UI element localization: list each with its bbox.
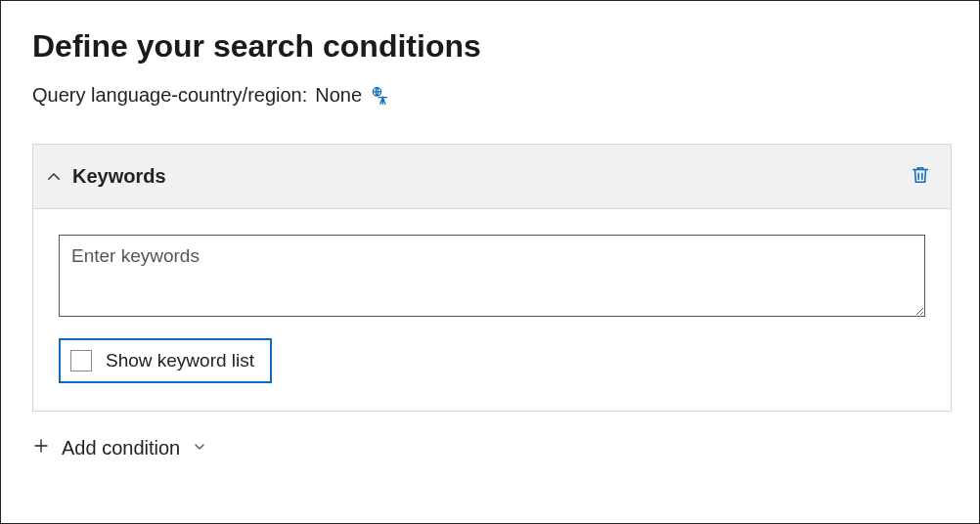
show-keyword-list-label: Show keyword list <box>106 350 254 371</box>
delete-keywords-button[interactable] <box>906 160 935 193</box>
chevron-down-icon <box>192 437 207 459</box>
chevron-up-icon[interactable] <box>45 168 63 186</box>
add-condition-button[interactable]: Add condition <box>32 437 207 459</box>
plus-icon <box>32 437 50 459</box>
checkbox-icon <box>70 350 92 371</box>
keywords-card-header-left: Keywords <box>45 165 166 188</box>
globe-translate-icon[interactable] <box>370 86 389 106</box>
trash-icon <box>910 164 931 189</box>
keywords-card-title: Keywords <box>72 165 166 188</box>
show-keyword-list-checkbox[interactable]: Show keyword list <box>59 338 272 383</box>
keywords-card-header: Keywords <box>33 145 951 209</box>
query-language-label: Query language-country/region: <box>32 84 307 107</box>
page-title: Define your search conditions <box>32 28 952 65</box>
keywords-card: Keywords Show keyword list <box>32 144 952 412</box>
keywords-input[interactable] <box>59 235 925 317</box>
add-condition-label: Add condition <box>62 437 180 459</box>
query-language-row: Query language-country/region: None <box>32 84 952 107</box>
search-conditions-panel: Define your search conditions Query lang… <box>0 0 980 524</box>
keywords-card-body: Show keyword list <box>33 209 951 411</box>
query-language-value: None <box>315 84 362 107</box>
